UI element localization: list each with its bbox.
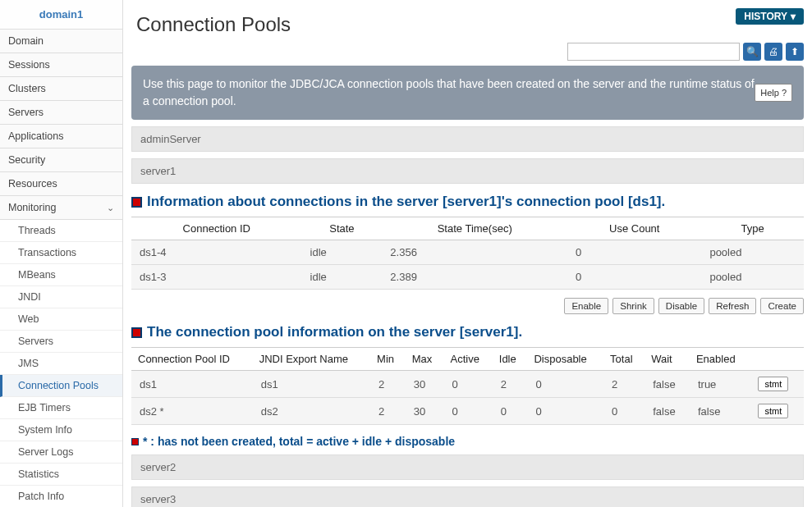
connections-table: Connection ID State State Time(sec) Use … [131,217,804,290]
sub-transactions[interactable]: Transactions [0,242,122,264]
pool-section-title: The connection pool information on the s… [131,324,804,340]
table-row[interactable]: ds2 * ds2 2 30 0 0 0 0 false false stmt [131,398,804,425]
pools-table: Connection Pool ID JNDI Export Name Min … [131,347,804,425]
sub-patch-info[interactable]: Patch Info [0,486,122,507]
search-icon[interactable]: 🔍 [743,43,761,61]
nav-applications[interactable]: Applications [0,125,122,148]
conn-section-title: Information about connections in the ser… [131,194,804,210]
page-title: Connection Pools [131,7,291,41]
export-icon[interactable]: ⬆ [786,43,804,61]
server-2-row[interactable]: server2 [131,454,804,480]
banner-text: Use this page to monitor the JDBC/JCA co… [143,75,755,110]
nav-servers[interactable]: Servers [0,101,122,125]
chevron-down-icon: ⌄ [107,203,114,213]
sub-web[interactable]: Web [0,308,122,331]
nav-security[interactable]: Security [0,148,122,172]
th-type: Type [701,217,804,240]
sub-jndi[interactable]: JNDI [0,286,122,308]
chevron-down-icon: ▾ [791,11,796,22]
help-button[interactable]: Help ? [755,84,792,103]
nav-resources[interactable]: Resources [0,172,122,196]
sub-servers[interactable]: Servers [0,331,122,353]
server-3-row[interactable]: server3 [131,486,804,507]
th-total: Total [603,348,645,371]
table-row[interactable]: ds1-4 idle 2.356 0 pooled [131,240,804,265]
refresh-button[interactable]: Refresh [709,298,756,314]
sub-mbeans[interactable]: MBeans [0,264,122,286]
sub-server-logs[interactable]: Server Logs [0,441,122,464]
help-banner: Use this page to monitor the JDBC/JCA co… [131,66,804,120]
sub-jms[interactable]: JMS [0,353,122,375]
table-row[interactable]: ds1 ds1 2 30 0 2 0 2 false true stmt [131,371,804,398]
monitoring-submenu: Threads Transactions MBeans JNDI Web Ser… [0,220,122,507]
history-button[interactable]: HISTORY ▾ [736,8,804,25]
nav-domain[interactable]: Domain [0,30,122,53]
sub-connection-pools[interactable]: Connection Pools [0,375,122,397]
th-min: Min [370,348,406,371]
help-icon: ? [782,86,787,100]
th-wait: Wait [645,348,690,371]
stmt-button[interactable]: stmt [758,404,788,418]
main-content: Connection Pools HISTORY ▾ 🔍 🖨 ⬆ Use thi… [123,0,812,507]
th-disposable: Disposable [527,348,603,371]
create-button[interactable]: Create [760,298,804,314]
th-enabled: Enabled [690,348,750,371]
th-conn-id: Connection ID [131,217,302,240]
square-icon [131,327,142,338]
sub-threads[interactable]: Threads [0,220,122,242]
sub-statistics[interactable]: Statistics [0,464,122,486]
th-stmt [750,348,804,371]
th-max: Max [406,348,444,371]
server-1-row[interactable]: server1 [131,158,804,184]
th-active: Active [444,348,493,371]
th-jndi: JNDI Export Name [253,348,370,371]
th-idle: Idle [493,348,528,371]
th-pool-id: Connection Pool ID [131,348,253,371]
server-admin-row[interactable]: adminServer [131,126,804,152]
nav-sessions[interactable]: Sessions [0,53,122,77]
square-icon [131,197,142,208]
nav-monitoring[interactable]: Monitoring ⌄ [0,196,122,220]
search-input[interactable] [567,43,740,61]
sidebar: domain1 Domain Sessions Clusters Servers… [0,0,123,507]
table-row[interactable]: ds1-3 idle 2.389 0 pooled [131,265,804,290]
th-state-time: State Time(sec) [382,217,567,240]
legend-note: * : has not been created, total = active… [131,435,804,448]
square-icon [131,438,139,445]
shrink-button[interactable]: Shrink [612,298,654,314]
domain-title[interactable]: domain1 [0,0,122,30]
disable-button[interactable]: Disable [658,298,704,314]
enable-button[interactable]: Enable [564,298,608,314]
toolbar: 🔍 🖨 ⬆ [131,41,804,66]
sub-system-info[interactable]: System Info [0,419,122,441]
nav-clusters[interactable]: Clusters [0,77,122,101]
action-buttons: Enable Shrink Disable Refresh Create [131,298,804,314]
sub-ejb-timers[interactable]: EJB Timers [0,397,122,419]
stmt-button[interactable]: stmt [758,377,788,391]
th-use-count: Use Count [567,217,701,240]
th-state: State [302,217,383,240]
print-icon[interactable]: 🖨 [764,43,782,61]
